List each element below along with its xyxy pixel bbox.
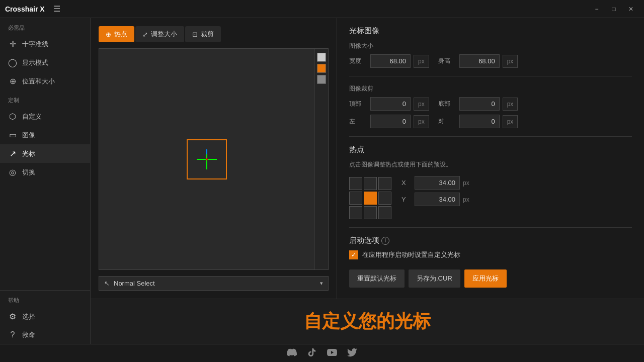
height-label: 身高 (438, 57, 456, 65)
top-label: 顶部 (349, 100, 367, 108)
settings-panel: 光标图像 图像大小 宽度 px 身高 px 图像裁剪 顶部 px (337, 18, 644, 299)
toolbar: ⊕ 热点 ⤢ 调整大小 ⊡ 裁剪 (99, 26, 329, 42)
hotspot-cell-0-1[interactable] (364, 177, 377, 190)
palette-swatch-3[interactable] (317, 75, 326, 84)
x-coord-label: X (401, 179, 412, 187)
hotspot-cell-0-0[interactable] (349, 177, 362, 190)
promo-banner: 自定义您的光标 (91, 299, 644, 344)
save-cur-button[interactable]: 另存为.CUR (409, 269, 460, 288)
image-section-title: 光标图像 (349, 26, 632, 36)
height-unit: px (503, 55, 518, 68)
left-unit: px (414, 115, 429, 128)
top-unit: px (414, 98, 429, 111)
hotspot-cell-1-2[interactable] (378, 192, 391, 205)
sidebar-label-crosshair: 十字准线 (22, 40, 48, 49)
menu-button[interactable]: ☰ (50, 2, 64, 16)
hotspot-cell-1-1[interactable] (364, 192, 377, 205)
chevron-down-icon: ▾ (320, 280, 323, 287)
cursor-preview-box[interactable] (187, 139, 227, 179)
apply-button[interactable]: 应用光标 (464, 269, 507, 288)
sidebar-bottom: 帮助 ⚙ 选择 ? 救命 (0, 290, 90, 344)
help-icon: ? (8, 330, 17, 339)
startup-section: 启动选项 i ✓ 在应用程序启动时设置自定义光标 (349, 227, 632, 259)
width-row: 宽度 px 身高 px (349, 54, 632, 68)
hotspot-cell-2-2[interactable] (378, 206, 391, 219)
action-buttons: 重置默认光标 另存为.CUR 应用光标 (349, 269, 632, 288)
minimize-button[interactable]: − (589, 2, 605, 16)
custom-icon: ⬡ (8, 112, 17, 121)
startup-checkbox[interactable]: ✓ (349, 250, 358, 259)
width-input[interactable] (370, 54, 411, 68)
resize-button[interactable]: ⤢ 调整大小 (135, 26, 184, 42)
hotspot-icon: ⊕ (106, 31, 111, 38)
hotspot-cell-2-1[interactable] (364, 206, 377, 219)
titlebar-left: Crosshair X ☰ (5, 2, 64, 16)
sidebar-item-help[interactable]: ? 救命 (0, 326, 90, 344)
hotspot-cell-0-2[interactable] (378, 177, 391, 190)
hotspot-cell-2-0[interactable] (349, 206, 362, 219)
left-input[interactable] (370, 115, 411, 128)
sidebar-item-image[interactable]: ▭ 图像 (0, 126, 90, 144)
x-coord-input[interactable] (415, 176, 460, 190)
sidebar-item-toggle[interactable]: ◎ 切换 (0, 163, 90, 182)
left-label: 左 (349, 117, 367, 126)
startup-title: 启动选项 (349, 236, 379, 245)
sidebar-label-toggle: 切换 (22, 168, 35, 177)
sidebar-section-essential: 必需品 (0, 18, 90, 35)
preview-main[interactable] (99, 49, 314, 269)
sidebar-item-cursor[interactable]: ↗ 光标 (0, 144, 90, 163)
toggle-icon: ◎ (8, 167, 17, 177)
crop-button[interactable]: ⊡ 裁剪 (185, 26, 221, 42)
right-input[interactable] (459, 115, 500, 128)
height-input[interactable] (459, 54, 500, 68)
close-button[interactable]: ✕ (623, 2, 639, 16)
position-icon: ⊕ (8, 76, 17, 86)
right-label: 对 (438, 117, 456, 126)
image-icon: ▭ (8, 130, 17, 140)
top-row: 顶部 px 底部 px (349, 97, 632, 111)
sidebar-item-position[interactable]: ⊕ 位置和大小 (0, 72, 90, 90)
sidebar-item-display[interactable]: ◯ 显示模式 (0, 53, 90, 72)
bottom-input[interactable] (459, 97, 500, 111)
size-label: 图像大小 (349, 42, 632, 50)
hotspot-cell-1-0[interactable] (349, 192, 362, 205)
y-coord-label: Y (401, 196, 412, 203)
x-coord-unit: px (463, 179, 469, 187)
twitter-icon[interactable] (347, 347, 357, 359)
crosshair-accent-vertical (206, 149, 207, 154)
cursor-select-value: Normal Select (114, 280, 320, 287)
hotspot-button[interactable]: ⊕ 热点 (99, 26, 134, 42)
reset-button[interactable]: 重置默认光标 (349, 269, 405, 288)
hotspot-layout: X px Y px (349, 173, 632, 219)
info-icon[interactable]: i (381, 237, 389, 245)
sidebar-label-display: 显示模式 (22, 58, 48, 67)
bottom-label: 底部 (438, 100, 456, 108)
y-coord-row: Y px (401, 193, 469, 206)
youtube-icon[interactable] (327, 347, 337, 359)
sidebar-item-custom[interactable]: ⬡ 自定义 (0, 107, 90, 126)
sidebar-item-crosshair[interactable]: ✛ 十字准线 (0, 35, 90, 53)
tiktok-icon[interactable] (307, 347, 317, 359)
sidebar-label-select: 选择 (22, 312, 35, 321)
palette-swatch-2[interactable] (317, 64, 326, 73)
cursor-select-icon: ↖ (104, 280, 110, 287)
sidebar-label-custom: 自定义 (22, 112, 42, 121)
cursor-select-dropdown[interactable]: ↖ Normal Select ▾ (99, 276, 329, 291)
sidebar-section-help: 帮助 (0, 291, 90, 307)
width-unit: px (414, 55, 429, 68)
sidebar-item-select[interactable]: ⚙ 选择 (0, 307, 90, 326)
y-coord-unit: px (463, 196, 469, 203)
palette-swatch-1[interactable] (317, 53, 326, 62)
maximize-button[interactable]: □ (606, 2, 622, 16)
y-coord-input[interactable] (415, 193, 460, 206)
right-unit: px (503, 115, 518, 128)
top-input[interactable] (370, 97, 411, 111)
preview-container (99, 48, 329, 270)
left-right-row: 左 px 对 px (349, 115, 632, 128)
crop-label: 图像裁剪 (349, 84, 632, 93)
content: ⊕ 热点 ⤢ 调整大小 ⊡ 裁剪 (91, 18, 644, 344)
discord-icon[interactable] (287, 347, 297, 359)
titlebar: Crosshair X ☰ − □ ✕ (0, 0, 644, 18)
x-coord-row: X px (401, 176, 469, 190)
sidebar-label-cursor: 光标 (22, 149, 35, 158)
